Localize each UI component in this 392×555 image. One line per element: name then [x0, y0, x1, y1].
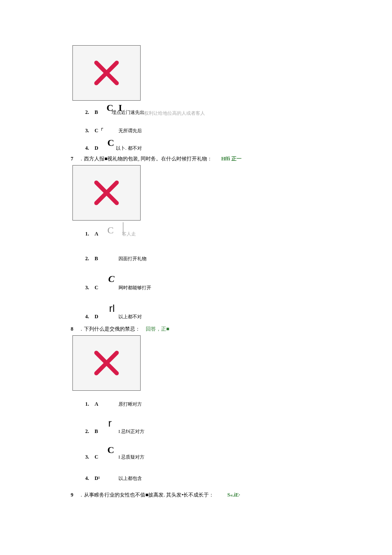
option-number: 4. — [72, 145, 95, 151]
x-icon — [89, 176, 124, 210]
option-text: I 忌纠正对方 — [118, 428, 144, 435]
broken-image-placeholder — [72, 335, 141, 391]
option-letter: C — [95, 285, 107, 291]
option-text: 以上都不对 — [118, 314, 142, 320]
glyph-c: C — [107, 445, 114, 456]
x-icon — [89, 56, 124, 90]
answer-marker: 回答，正■ — [146, 326, 169, 332]
option-text: 无所谓先后 — [118, 128, 142, 134]
faded-watermark-text: 权利让给地位高的人或者客人 — [144, 110, 205, 116]
divider-line — [123, 222, 124, 235]
question-number: 8 — [71, 326, 73, 332]
question-text: ．西方人报■视礼物的包装, 同时务。在什么时候打开礼物： — [79, 156, 212, 162]
glyph-r: r — [108, 417, 112, 429]
option-letter: D — [95, 145, 107, 151]
option-number: 3. — [72, 128, 95, 134]
question-text: ．下列什么是交俄的禁忌： — [79, 326, 140, 332]
question-7-stem: 7 ．西方人报■视礼物的包装, 同时务。在什么时候打开礼物： Hffi 正一 — [71, 155, 392, 163]
option-letter: B — [95, 428, 107, 435]
glyph-c-italic: C — [108, 273, 115, 285]
glyph-i: I — [118, 102, 122, 113]
option-text: 网时都能够打开 — [118, 285, 151, 291]
option-number: 4. — [72, 314, 95, 320]
option-number: 2. — [72, 109, 95, 116]
answer-marker: S«.iE· — [227, 492, 240, 498]
option-letter: C「 — [95, 127, 107, 134]
option-letter: D — [95, 314, 107, 320]
option-text: I 忌质疑对方 — [118, 454, 144, 460]
question-8-stem: 8 ．下列什么是交俄的禁忌： 回答，正■ — [71, 325, 392, 333]
option-letter: A — [95, 231, 107, 237]
q8-option-4: 4. D¹ 以上都包含 — [72, 475, 392, 483]
q7-option-4: rl 4. D 以上都不对 — [72, 314, 392, 321]
option-letter: B — [95, 109, 107, 116]
q8-option-1: 1. A 原打晰对方 — [72, 401, 392, 409]
answer-marker: Hffi 正一 — [221, 156, 242, 162]
glyph-c: C — [107, 225, 114, 236]
q7-option-1: C 1. A 客人走 — [72, 231, 392, 238]
glyph-rl: rl — [109, 302, 115, 314]
option-number: 4. — [72, 475, 95, 482]
option-letter: A — [95, 401, 107, 407]
q6-option-3: 3. C「 无所谓先后 — [72, 127, 392, 135]
x-icon — [89, 346, 124, 380]
q6-option-4: C 4. D 以卜. 都不对 — [72, 145, 392, 153]
question-number: 9 — [71, 492, 73, 498]
option-letter: B — [95, 256, 107, 262]
option-letter: C — [95, 454, 107, 460]
option-text: 埋点近门速先出 — [112, 109, 144, 116]
broken-image-placeholder — [72, 165, 141, 221]
option-text: 以上都包含 — [118, 475, 142, 482]
option-number: 1. — [72, 401, 95, 407]
glyph-c: C — [107, 137, 114, 148]
option-text: 以卜. 都不对 — [116, 145, 142, 151]
glyph-c: C — [107, 102, 113, 113]
question-9-stem: 9 ．从事睢务行业的女性也不值■披高发. 其头发•长不成长于： S«.iE· — [71, 491, 392, 499]
option-number: 1. — [72, 231, 95, 237]
option-number: 2. — [72, 256, 95, 262]
question-number: 7 — [71, 156, 73, 162]
question-text: ．从事睢务行业的女性也不值■披高发. 其头发•长不成长于： — [79, 492, 214, 498]
option-letter: D¹ — [95, 475, 107, 482]
option-number: 3. — [72, 454, 95, 460]
option-number: 2. — [72, 428, 95, 435]
option-text: 原打晰对方 — [118, 401, 142, 407]
option-text: 客人走 — [122, 231, 136, 237]
q6-option-2: C I 2. B 埋点近门速先出 权利让给地位高的人或者客人 — [72, 109, 392, 117]
q7-option-3: C 3. C 网时都能够打开 — [72, 285, 392, 292]
broken-image-placeholder — [72, 45, 141, 101]
q7-option-2: 2. B 因面打开礼物 — [72, 256, 392, 263]
option-text: 因面打开礼物 — [118, 256, 147, 262]
q8-option-2: r 2. B I 忌纠正对方 — [72, 428, 392, 436]
q8-option-3: C 3. C I 忌质疑对方 — [72, 454, 392, 462]
option-number: 3. — [72, 285, 95, 291]
